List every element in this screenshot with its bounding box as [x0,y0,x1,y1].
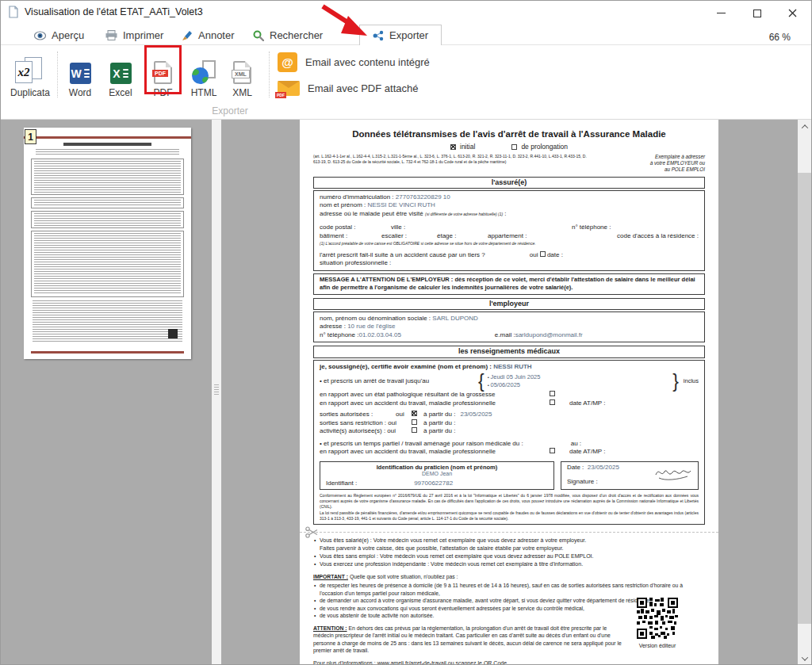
checkbox-sorties-sans-restriction [412,419,417,425]
cut-line [300,532,718,533]
excel-button[interactable]: X Excel [102,49,139,98]
email-at-icon: @ [278,52,297,72]
button-label: Email avec contenu intégré [305,56,430,68]
praticien-box: Identification du praticien (nom et prén… [320,461,554,491]
button-label: Excel [102,87,139,98]
checkbox-prolongation [511,144,517,150]
tab-label: Aperçu [52,29,84,41]
duplicata-button[interactable]: x2 Duplicata [6,49,55,98]
annotation-arrow [316,2,373,39]
email-pdf-button[interactable]: PDF Email avec PDF attaché [278,77,418,99]
minimize-button[interactable] [703,2,739,25]
qr-block: Version éditeur [635,598,680,650]
html-button[interactable]: HTML [185,49,223,98]
doc-type-row: initial de prolongation [313,143,705,151]
button-label: Email avec PDF attaché [308,82,418,94]
checkbox-initial [450,144,456,150]
splitter-grip-icon [214,383,219,396]
section-medical: les renseignements médicaux [313,346,705,357]
scroll-down-button[interactable] [798,652,811,665]
doc-footer: Pour plus d'informations : www.ameli.fr/… [313,660,705,665]
ribbon-tabs: Aperçu Imprimer Annoter Rechercher E [1,23,811,45]
zoom-level: 66 % [769,32,791,43]
cnil-text: Conformément au Règlement européen n° 20… [320,493,699,510]
thumbnail-page-1[interactable] [24,128,191,359]
word-icon: W [70,63,91,84]
tab-label: Exporter [389,29,428,41]
checkbox-grossesse [550,391,555,396]
doc-recipient-note: Exemplaire à adresser à votre EMPLOYEUR … [650,154,705,174]
annotation-highlight-rect [144,45,182,94]
checkbox-sorties-autorisees [412,411,417,416]
scrollbar-thumb[interactable] [798,173,811,624]
button-label: HTML [185,87,223,98]
document-icon [8,6,19,18]
ribbon-group-label: Exporter [1,105,459,117]
employer-message: MESSAGE A L'ATTENTION DE L'EMPLOYEUR : d… [313,273,705,295]
button-label: Word [62,87,98,98]
ribbon-separator [269,52,270,97]
xml-icon: XML [233,61,251,84]
tab-imprimer[interactable]: Imprimer [101,26,168,44]
chevron-down-icon [801,654,807,660]
xml-button[interactable]: XML XML [225,49,259,98]
attention-block: ATTENTION : En dehors des cas prévus par… [313,625,622,655]
word-button[interactable]: W Word [62,49,98,98]
tab-label: Annoter [198,29,235,41]
assure-box: numéro d'immatriculation : 2770763220829… [313,190,705,271]
notice-block: Vous êtes salarié(e) : Votre médecin vou… [313,537,705,568]
tab-label: Rechercher [270,29,323,41]
preview-area: 1 Données télétransmises de l'avis d'arr… [1,120,811,665]
email-content-button[interactable]: @ Email avec contenu intégré [278,51,430,73]
qr-caption: Version éditeur [635,643,680,650]
ribbon-separator [57,52,58,97]
checkbox-accident-1 [550,399,555,405]
date-signature-box: Date : 23/05/2025 Signature : [561,461,699,491]
button-label: Duplicata [6,87,55,98]
app-window: { "window": { "title": "Visualisation de… [0,0,812,665]
checkbox-tiers [540,251,546,257]
duplicata-x2-icon: x2 [15,57,45,84]
signature-scribble [653,464,693,483]
eye-icon [34,31,46,40]
section-employeur: l'employeur [313,298,705,310]
vertical-scrollbar[interactable] [798,120,811,665]
page-number-badge: 1 [25,129,36,144]
medical-box: je, soussigné(e), certifie avoir examiné… [313,360,705,526]
search-icon [253,30,264,41]
minimize-icon [717,13,726,13]
close-button[interactable] [775,2,810,25]
doc-title: Données télétransmises de l'avis d'arrêt… [313,128,705,139]
section-assure: l'assuré(e) [313,177,705,189]
tab-label: Imprimer [123,29,163,41]
document-page: Données télétransmises de l'avis d'arrêt… [300,120,718,665]
close-icon [788,9,797,17]
checkbox-activites-autorisees [412,427,417,433]
thumbnail-qr [168,329,178,338]
panel-splitter[interactable] [212,120,221,665]
maximize-icon [753,10,761,17]
document-preview: Données télétransmises de l'avis d'arrêt… [221,120,799,665]
ribbon-exporter-panel: x2 Duplicata W Word X Excel PDF PDF HTML [1,45,811,120]
checkbox-accident-2 [550,448,555,453]
button-label: XML [225,87,259,98]
title-bar: Visualisation de l'état ETAT_AATi_Volet3 [1,1,811,23]
excel-icon: X [110,63,132,84]
maximize-button[interactable] [739,2,775,25]
tab-apercu[interactable]: Aperçu [29,26,89,44]
thumbnail-panel: 1 [1,120,212,665]
employeur-box: nom, prénom ou dénomination sociale : SA… [313,311,705,343]
qr-code [637,598,678,639]
pencil-icon [182,30,193,41]
window-title: Visualisation de l'état ETAT_AATi_Volet3 [25,6,203,17]
tab-annoter[interactable]: Annoter [177,26,239,44]
fraud-text: La loi rend passible de pénalités financ… [320,510,699,522]
chevron-up-icon [801,124,807,131]
scroll-up-button[interactable] [798,120,811,133]
printer-icon [105,30,117,40]
doc-legal-articles: (art. L.162-4-1-1er al., L.162-4-4, L.31… [313,154,592,174]
share-icon [373,30,384,41]
html-globe-icon [192,60,216,84]
email-envelope-pdf-icon: PDF [278,81,300,96]
